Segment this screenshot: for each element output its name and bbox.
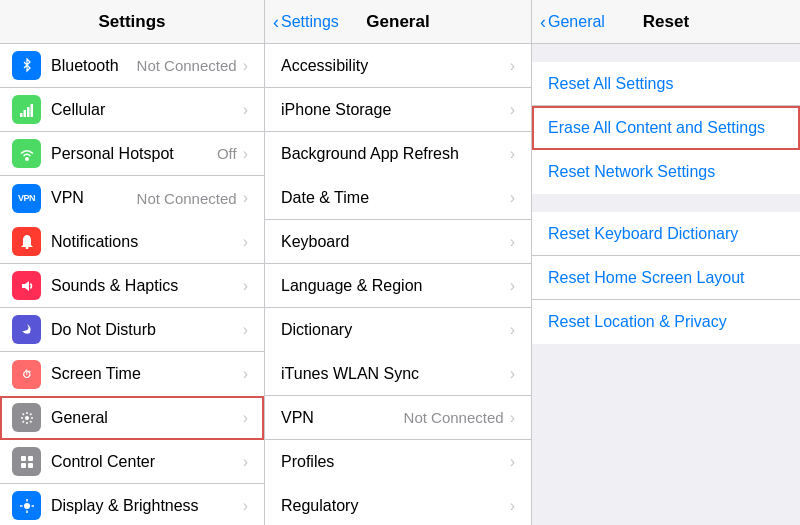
reset-row-all-settings[interactable]: Reset All Settings [532,62,800,106]
svg-rect-1 [23,110,26,117]
dnd-icon [12,315,41,344]
svg-rect-2 [27,107,30,117]
svg-rect-10 [28,463,33,468]
screentime-icon: ⏱ [12,360,41,389]
reset-row-keyboard[interactable]: Reset Keyboard Dictionary [532,212,800,256]
row-language[interactable]: Language & Region › [265,264,531,308]
hotspot-chevron: › [243,145,248,163]
row-hotspot[interactable]: Personal Hotspot Off › [0,132,264,176]
col3-sep-top [532,44,800,62]
row-sounds[interactable]: Sounds & Haptics › [0,264,264,308]
hotspot-icon [12,139,41,168]
notifications-chevron: › [243,233,248,251]
cellular-label: Cellular [51,101,237,119]
col2-section-3: iTunes WLAN Sync › VPN Not Connected › P… [265,352,531,484]
reset-location-label: Reset Location & Privacy [548,313,727,331]
dnd-label: Do Not Disturb [51,321,243,339]
cellular-chevron: › [243,101,248,119]
vpn-value: Not Connected [137,190,237,207]
vpn2-value: Not Connected [404,409,504,426]
general-back-button[interactable]: ‹ Settings [273,13,339,31]
svg-rect-7 [21,456,26,461]
reset-all-settings-label: Reset All Settings [548,75,673,93]
reset-row-homescreen[interactable]: Reset Home Screen Layout [532,256,800,300]
col2-section-2: Date & Time › Keyboard › Language & Regi… [265,176,531,352]
svg-rect-8 [28,456,33,461]
profiles-label: Profiles [281,453,510,471]
regulatory-label: Regulatory [281,497,510,515]
controlcenter-label: Control Center [51,453,243,471]
vpn2-label: VPN [281,409,404,427]
general-title: General [366,12,429,32]
screentime-label: Screen Time [51,365,243,383]
svg-rect-0 [20,113,23,117]
col2-section-4: Regulatory › [265,484,531,525]
screentime-chevron: › [243,365,248,383]
col2-section-1: Accessibility › iPhone Storage › Backgro… [265,44,531,176]
bluetooth-chevron: › [243,57,248,75]
reset-back-button[interactable]: ‹ General [540,13,605,31]
reset-row-network[interactable]: Reset Network Settings [532,150,800,194]
vpn-label: VPN [51,189,137,207]
row-dictionary[interactable]: Dictionary › [265,308,531,352]
general-column: ‹ Settings General Accessibility › iPhon… [265,0,532,525]
reset-row-erase-all[interactable]: Erase All Content and Settings [532,106,800,150]
row-dnd[interactable]: Do Not Disturb › [0,308,264,352]
row-screentime[interactable]: ⏱ Screen Time › [0,352,264,396]
col1-general-section: General › Control Center › Display & Bri… [0,396,264,525]
general-header: ‹ Settings General [265,0,531,44]
bluetooth-value: Not Connected [137,57,237,74]
keyboard-label: Keyboard [281,233,510,251]
vpn-icon: VPN [12,184,41,213]
row-accessibility[interactable]: Accessibility › [265,44,531,88]
col3-sep-mid [532,194,800,212]
bluetooth-label: Bluetooth [51,57,137,75]
col3-section-1: Reset All Settings Erase All Content and… [532,62,800,194]
row-iphonestorage[interactable]: iPhone Storage › [265,88,531,132]
row-datetime[interactable]: Date & Time › [265,176,531,220]
row-vpn[interactable]: VPN VPN Not Connected › [0,176,264,220]
vpn-chevron: › [243,189,248,207]
svg-point-11 [24,503,30,509]
sounds-label: Sounds & Haptics [51,277,243,295]
row-bluetooth[interactable]: Bluetooth Not Connected › [0,44,264,88]
controlcenter-icon [12,447,41,476]
row-profiles[interactable]: Profiles › [265,440,531,484]
row-vpn2[interactable]: VPN Not Connected › [265,396,531,440]
erase-all-label: Erase All Content and Settings [548,119,765,137]
row-controlcenter[interactable]: Control Center › [0,440,264,484]
settings-column: Settings Bluetooth Not Connected › Cellu… [0,0,265,525]
reset-row-location[interactable]: Reset Location & Privacy [532,300,800,344]
row-ituneswlan[interactable]: iTunes WLAN Sync › [265,352,531,396]
dnd-chevron: › [243,321,248,339]
row-cellular[interactable]: Cellular › [0,88,264,132]
col1-network-section: Bluetooth Not Connected › Cellular › Per… [0,44,264,220]
row-bgrefresh[interactable]: Background App Refresh › [265,132,531,176]
settings-title: Settings [98,12,165,32]
accessibility-label: Accessibility [281,57,510,75]
language-label: Language & Region [281,277,510,295]
svg-rect-9 [21,463,26,468]
row-keyboard[interactable]: Keyboard › [265,220,531,264]
sounds-chevron: › [243,277,248,295]
row-display[interactable]: Display & Brightness › [0,484,264,525]
general-chevron: › [243,409,248,427]
col1-notifications-section: Notifications › Sounds & Haptics › Do No… [0,220,264,396]
reset-keyboard-label: Reset Keyboard Dictionary [548,225,738,243]
svg-point-4 [25,157,29,161]
svg-rect-3 [30,104,33,117]
col3-section-2: Reset Keyboard Dictionary Reset Home Scr… [532,212,800,344]
svg-rect-5 [25,247,28,249]
general-label: General [51,409,243,427]
reset-column: ‹ General Reset Reset All Settings Erase… [532,0,800,525]
row-general[interactable]: General › [0,396,264,440]
row-notifications[interactable]: Notifications › [0,220,264,264]
row-regulatory[interactable]: Regulatory › [265,484,531,525]
reset-back-chevron-icon: ‹ [540,13,546,31]
ituneswlan-label: iTunes WLAN Sync [281,365,510,383]
reset-header: ‹ General Reset [532,0,800,44]
display-icon [12,491,41,520]
display-chevron: › [243,497,248,515]
hotspot-value: Off [217,145,237,162]
general-icon [12,403,41,432]
